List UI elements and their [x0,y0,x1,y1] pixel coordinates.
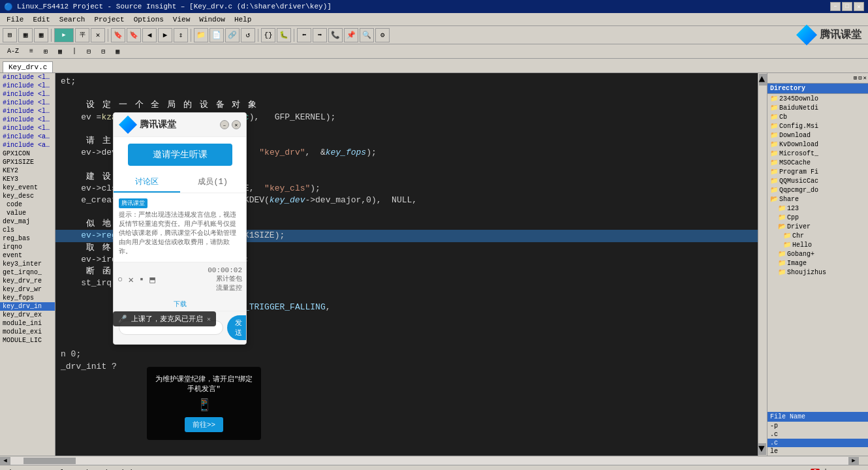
sidebar-item-cls[interactable]: cls [0,226,55,234]
sidebar-item-key-drv-in[interactable]: key_drv_in [0,302,55,311]
scrollbar-up-arrow[interactable]: ▲ [759,74,767,86]
sidebar-item-include5[interactable]: #include <li... [0,107,55,116]
dir-item-image[interactable]: 📁Image [767,258,868,268]
goto-bind-button[interactable]: 前往>> [185,417,223,432]
file-item-p[interactable]: -p [767,422,868,430]
sidebar-item-event[interactable]: event [0,251,55,260]
download-btn[interactable]: 下载 [174,301,187,308]
toolbar-btn-2[interactable]: ▦ [18,28,33,42]
toolbar-fwd[interactable]: ➡ [313,28,327,42]
dir-item-gobang[interactable]: 📁Gobang+ [767,249,868,258]
sidebar-item-reg-bas[interactable]: reg_bas [0,234,55,243]
dir-item-qqpcmgr[interactable]: 📁Qqpcmgr_do [767,185,868,195]
sidebar-item-include7[interactable]: #include <li... [0,124,55,133]
dir-item-driver[interactable]: 📂Driver [767,222,868,231]
code-area[interactable]: et; 设 定 一 个 全 局 的 设 备 对 象 ev = kzalloc (… [55,73,767,456]
sidebar-item-key-drv-wr[interactable]: key_drv_wr [0,285,55,294]
file-item-c2[interactable]: .c [767,439,868,447]
menu-project[interactable]: Project [90,15,128,24]
tab-discussion[interactable]: 讨论区 [114,172,180,193]
float-close-btn[interactable]: ✕ [232,120,241,129]
sidebar-item-include9[interactable]: #include <a... [0,141,55,149]
sidebar-scroll[interactable]: #include <li... #include <li... #include… [0,73,55,456]
minimize-button[interactable]: – [830,2,841,11]
dir-item-123[interactable]: 📁123 [767,204,868,213]
sidebar-item-key3-inter[interactable]: key3_inter [0,260,55,268]
sidebar-item-key-desc[interactable]: key_desc [0,192,55,200]
t2-box3[interactable]: ▦ [111,46,124,57]
dir-item-microsoft[interactable]: 📁Microsoft_ [767,149,868,158]
t2-az[interactable]: A-Z [3,46,23,56]
sidebar-item-key3[interactable]: KEY3 [0,175,55,183]
t2-box2[interactable]: ⊟ [97,46,110,57]
sidebar-item-module-ini[interactable]: module_ini [0,319,55,328]
sidebar-item-value[interactable]: value [0,209,55,217]
image-icon[interactable]: ▪ [139,274,144,285]
menu-window[interactable]: Window [195,15,229,24]
toolbar-arrow-r[interactable]: ▶ [158,28,172,42]
right-panel-btn2[interactable]: ⊟ [858,74,861,82]
sidebar-item-include6[interactable]: #include <li... [0,116,55,124]
toolbar-bookmark2[interactable]: 🔖 [127,28,141,42]
file-item-le[interactable]: le [767,447,868,456]
sidebar-item-gpx1con[interactable]: GPX1CON [0,149,55,158]
sidebar-item-module-exi[interactable]: module_exi [0,328,55,336]
toolbar-proj1[interactable]: 📁 [194,28,208,42]
menu-view[interactable]: View [169,15,194,24]
h-scroll-thumb[interactable] [23,458,76,464]
h-scroll-right[interactable]: ▶ [848,457,859,465]
float-panel-controls[interactable]: – ✕ [220,120,241,129]
dir-item-config[interactable]: 📁Config.Msi [767,121,868,131]
sidebar-item-include2[interactable]: #include <li... [0,82,55,90]
dir-item-msocache[interactable]: 📁MSOCache [767,158,868,167]
dir-item-program[interactable]: 📁Program Fi [767,167,868,176]
horizontal-scrollbar[interactable]: ◀ ▶ [0,456,868,465]
directory-scroll[interactable]: 📁2345Downlo 📁BaiduNetdi 📁Cb 📁Config.Msi … [767,94,868,412]
sidebar-item-gpx1size[interactable]: GPX1SIZE [0,158,55,166]
toolbar-braces[interactable]: {} [261,28,275,42]
toolbar-ref[interactable]: 📌 [344,28,358,42]
sidebar-item-irqno[interactable]: irqno [0,243,55,251]
toolbar-arrow-l[interactable]: ◀ [142,28,157,42]
dir-item-2345[interactable]: 📁2345Downlo [767,94,868,103]
right-panel-btn3[interactable]: ✕ [863,74,867,82]
screen-icon[interactable]: ⬒ [149,274,155,285]
toolbar-debug[interactable]: 🐛 [277,28,291,42]
toolbar-refresh[interactable]: ↺ [241,28,255,42]
toolbar-call[interactable]: 📞 [328,28,343,42]
toolbar-proj3[interactable]: 🔗 [225,28,240,42]
sidebar-item-key-fops[interactable]: key_fops [0,294,55,302]
title-bar-controls[interactable]: – □ ✕ [830,2,864,11]
float-minimize-btn[interactable]: – [220,120,229,129]
dir-item-shoujizhus[interactable]: 📁Shoujizhus [767,268,868,277]
file-tab[interactable]: Key_drv.c [3,61,53,72]
right-panel-btn1[interactable]: ⊞ [854,74,857,82]
sidebar-item-key2[interactable]: KEY2 [0,166,55,175]
sidebar-item-key-event[interactable]: key_event [0,183,55,192]
maximize-button[interactable]: □ [842,2,852,11]
toolbar-btn-1[interactable]: ⊞ [3,28,17,42]
t2-list[interactable]: ≡ [25,46,38,56]
vertical-scrollbar[interactable]: ▲ ▼ [758,73,767,456]
file-item-c1[interactable]: .c [767,430,868,439]
menu-edit[interactable]: Edit [29,15,54,24]
menu-search[interactable]: Search [55,15,89,24]
tab-members[interactable]: 成员(1) [180,172,247,193]
dir-item-hello[interactable]: 📁Hello [767,240,868,249]
t2-grid1[interactable]: ⊞ [39,46,52,57]
toolbar-close-small[interactable]: ✕ [91,28,105,42]
toolbar-btn-3[interactable]: ▦ [34,28,48,42]
dir-item-share[interactable]: 📂Share [767,195,868,204]
h-scroll-left[interactable]: ◀ [0,457,10,465]
invite-students-button[interactable]: 邀请学生听课 [128,144,232,166]
menu-options[interactable]: Options [130,15,168,24]
scrollbar-down-arrow[interactable]: ▼ [758,443,766,455]
dir-item-kvdownload[interactable]: 📁KvDownload [767,140,868,149]
send-button[interactable]: 发送 ▼ [227,315,247,340]
sidebar-item-dev-maj[interactable]: dev_maj [0,217,55,226]
dir-item-cpp[interactable]: 📁Cpp [767,213,868,222]
t2-box1[interactable]: ⊟ [82,46,95,57]
toolbar-bookmark1[interactable]: 🔖 [111,28,125,42]
h-scroll-track[interactable] [10,457,848,465]
sidebar-item-include3[interactable]: #include <li... [0,90,55,99]
